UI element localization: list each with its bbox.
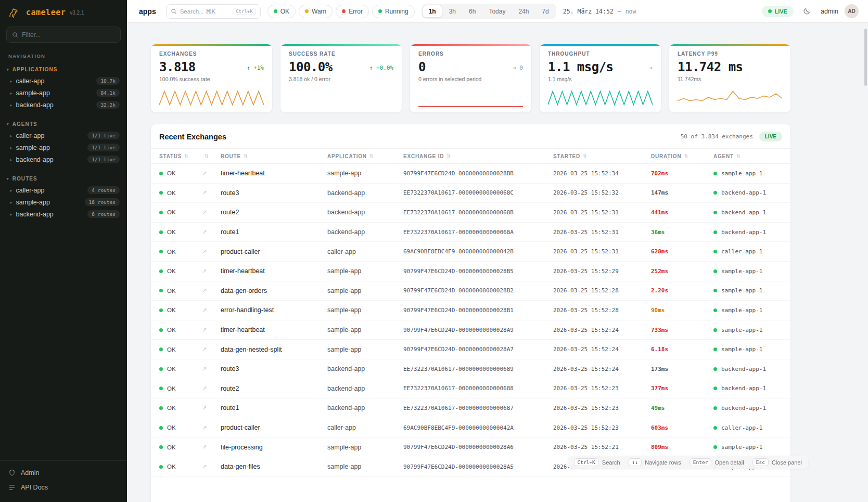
open-detail-icon[interactable]: ↗ [202,268,221,275]
agent-cell: sample-app-1 [713,268,782,275]
open-detail-icon[interactable]: ↗ [202,464,221,470]
sidebar-item-sample-app[interactable]: ▸sample-app84.1k [0,87,127,99]
table-row[interactable]: OK↗product-callercaller-app69AC90BF8EBC4… [151,242,790,262]
agent-cell: sample-app-1 [713,346,782,353]
table-row[interactable]: OK↗product-callercaller-app69AC90BF8EBC4… [151,418,790,438]
filter-chip-running[interactable]: Running [372,5,415,18]
table-row[interactable]: OK↗timer-heartbeatsample-app90799F47E6CD… [151,320,790,340]
exchange-id-cell: 90799F47E6CD24D-00000000000028B2 [403,287,553,294]
range-7d[interactable]: 7d [535,5,555,18]
filter-chip-error[interactable]: Error [336,5,369,18]
agent-cell: caller-app-1 [713,248,782,255]
open-detail-icon[interactable]: ↗ [202,346,221,353]
duration-cell: 603ms [651,424,713,431]
open-detail-icon[interactable]: ↗ [202,405,221,411]
column-header-route[interactable]: ROUTE⇅ [221,153,327,159]
open-detail-icon[interactable]: ↗ [202,209,221,216]
shield-icon [8,469,16,477]
open-detail-icon[interactable]: ↗ [202,385,221,392]
open-detail-icon[interactable]: ↗ [202,229,221,236]
table-row[interactable]: OK↗route2backend-appEE7322370A10617-0000… [151,203,790,223]
application-cell: sample-app [327,170,403,177]
open-detail-icon[interactable]: ↗ [202,170,221,177]
date-range-label: 25. März 14:52 [563,8,614,15]
section-title-label: ROUTES [12,176,37,182]
column-header-application[interactable]: APPLICATION⇅ [327,153,403,159]
table-row[interactable]: OK↗route3backend-appEE7322370A10617-0000… [151,359,790,379]
sidebar-footer-admin[interactable]: Admin [0,466,127,480]
column-header-started[interactable]: STARTED⇅ [553,153,651,159]
agent-label: sample-app-1 [721,268,762,275]
filter-chip-ok[interactable]: OK [267,5,296,18]
status-cell: OK [159,464,202,470]
column-header-actions[interactable]: ⇅ [202,153,221,159]
open-detail-icon[interactable]: ↗ [202,287,221,294]
table-row[interactable]: OK↗data-gen-orderssample-app90799F47E6CD… [151,281,790,301]
table-row[interactable]: OK↗timer-heartbeatsample-app90799F47E6CD… [151,164,790,184]
range-24h[interactable]: 24h [512,5,535,18]
status-cell: OK [159,366,202,372]
footer-item-label: API Docs [21,484,48,491]
sparkline [418,88,523,108]
application-cell: sample-app [327,326,403,333]
column-header-agent[interactable]: AGENT⇅ [713,153,782,159]
column-header-status[interactable]: STATUS⇅ [159,153,202,159]
open-detail-icon[interactable]: ↗ [202,248,221,255]
live-label: LIVE [775,8,787,15]
route-cell: product-caller [221,424,327,431]
table-live-badge: LIVE [759,132,782,141]
section-header-agents[interactable]: ▾AGENTS [0,120,127,130]
app-logo[interactable]: cameleer v3.2.1 [0,7,127,25]
sidebar-item-caller-app[interactable]: ▸caller-app1/1 live [0,130,127,141]
sidebar-item-caller-app[interactable]: ▸caller-app10.7k [0,75,127,87]
open-detail-icon[interactable]: ↗ [202,424,221,431]
stat-card-latency-p99: LATENCY P9911.742 ms11.742ms [669,44,791,113]
main-area: apps Ctrl+K OKWarnErrorRunning 1h3h6hTod… [127,0,868,502]
sidebar-item-sample-app[interactable]: ▸sample-app16 routes [0,196,127,208]
duration-cell: 2.20s [651,287,713,294]
table-row[interactable]: OK↗route2backend-appEE7322370A10617-0000… [151,379,790,399]
open-detail-icon[interactable]: ↗ [202,327,221,333]
range-1h[interactable]: 1h [423,5,442,18]
chip-label: Warn [312,8,326,15]
open-detail-icon[interactable]: ↗ [202,189,221,196]
sidebar-item-caller-app[interactable]: ▸caller-app4 routes [0,184,127,196]
search-icon [171,8,177,15]
range-3h[interactable]: 3h [443,5,462,18]
column-header-exchange-id[interactable]: EXCHANGE ID⇅ [403,153,553,159]
column-header-duration[interactable]: DURATION⇅ [651,153,713,159]
table-row[interactable]: OK↗timer-heartbeatsample-app90799F47E6CD… [151,262,790,281]
table-row[interactable]: OK↗route1backend-appEE7322370A10617-0000… [151,223,790,242]
sidebar-item-backend-app[interactable]: ▸backend-app32.2k [0,99,127,111]
table-row[interactable]: OK↗route3backend-appEE7322370A10617-0000… [151,184,790,203]
sidebar-item-label: backend-app [16,156,54,163]
user-avatar[interactable]: AD [845,4,859,18]
exchange-id-cell: 69AC90BF8EBC4F9-000000000000042A [403,424,553,431]
sidebar-item-backend-app[interactable]: ▸backend-app6 routes [0,208,127,220]
open-detail-icon[interactable]: ↗ [202,444,221,450]
application-cell: backend-app [327,228,403,236]
sidebar-filter-input[interactable] [22,31,115,38]
dark-mode-toggle[interactable] [800,4,814,19]
scrollbar[interactable] [864,29,867,86]
filter-chip-warn[interactable]: Warn [299,5,333,18]
date-range[interactable]: 25. März 14:52 — now [563,8,636,15]
table-row[interactable]: OK↗file-processingsample-app90799F47E6CD… [151,437,790,457]
agent-dot-icon [713,269,717,273]
section-header-applications[interactable]: ▾APPLICATIONS [0,65,127,75]
sidebar-footer-api-docs[interactable]: API Docs [0,480,127,495]
section-header-routes[interactable]: ▾ROUTES [0,174,127,184]
open-detail-icon[interactable]: ↗ [202,307,221,314]
keyboard-hint-close-panel: EscClose panel [752,458,802,466]
table-row[interactable]: OK↗data-gen-nested-splitsample-app90799F… [151,340,790,359]
duration-cell: 49ms [651,405,713,411]
status-cell: OK [159,170,202,176]
open-detail-icon[interactable]: ↗ [202,366,221,372]
table-row[interactable]: OK↗route1backend-appEE7322370A10617-0000… [151,398,790,418]
range-6h[interactable]: 6h [463,5,482,18]
search-input[interactable] [180,8,229,15]
range-today[interactable]: Today [482,5,512,18]
table-row[interactable]: OK↗error-handling-testsample-app90799F47… [151,301,790,320]
sidebar-item-backend-app[interactable]: ▸backend-app1/1 live [0,153,127,165]
sidebar-item-sample-app[interactable]: ▸sample-app1/1 live [0,141,127,153]
